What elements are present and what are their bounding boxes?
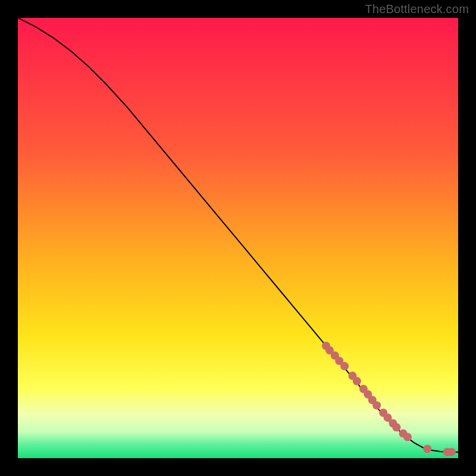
data-marker bbox=[403, 433, 412, 441]
bottleneck-curve bbox=[18, 18, 458, 452]
data-marker bbox=[423, 444, 431, 453]
data-marker bbox=[447, 448, 456, 456]
data-marker bbox=[372, 401, 381, 409]
data-marker bbox=[392, 423, 400, 431]
marker-group bbox=[322, 342, 456, 456]
chart-overlay bbox=[18, 18, 458, 458]
plot-area bbox=[18, 18, 458, 458]
watermark-text: TheBottleneck.com bbox=[365, 2, 469, 16]
data-marker bbox=[340, 362, 349, 370]
data-marker bbox=[353, 377, 361, 386]
